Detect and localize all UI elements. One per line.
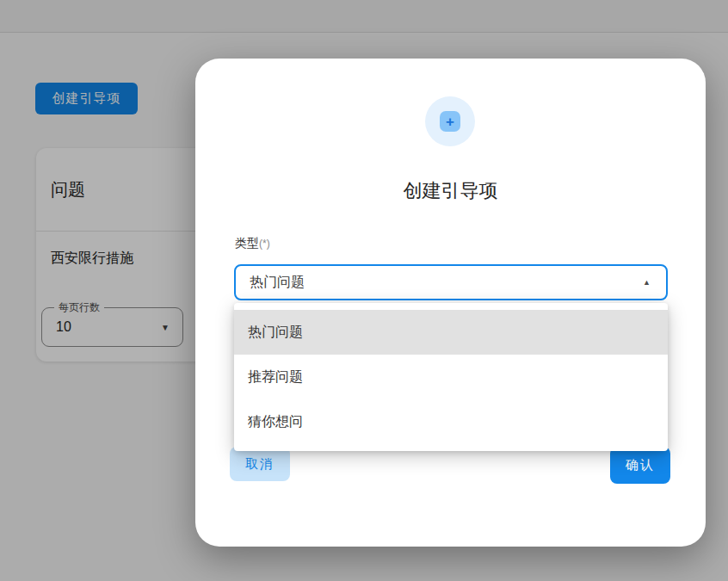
cancel-button[interactable]: 取消 [230, 447, 290, 481]
dropdown-option-hot[interactable]: 热门问题 [234, 310, 668, 355]
dropdown-option-guess[interactable]: 猜你想问 [234, 399, 668, 444]
required-mark: (*) [259, 238, 270, 250]
create-guide-modal: + 创建引导项 类型(*) 热门问题 ▲ 取消 确认 热门问题 推荐问题 猜你想… [195, 59, 706, 547]
type-label-text: 类型 [235, 236, 259, 250]
plus-icon: + [440, 111, 460, 132]
type-field-label: 类型(*) [235, 236, 270, 251]
plus-avatar: + [425, 96, 475, 146]
modal-title: 创建引导项 [195, 178, 706, 204]
screen: 创建引导项 问题 西安限行措施 每页行数 10 ▼ + 创建引导项 类型(*) … [0, 0, 728, 581]
type-select-value: 热门问题 [250, 266, 305, 299]
confirm-button[interactable]: 确认 [610, 447, 670, 484]
type-select[interactable]: 热门问题 ▲ [234, 264, 668, 300]
type-dropdown: 热门问题 推荐问题 猜你想问 [234, 303, 668, 451]
dropdown-option-recommended[interactable]: 推荐问题 [234, 355, 668, 399]
caret-up-icon: ▲ [643, 266, 651, 299]
